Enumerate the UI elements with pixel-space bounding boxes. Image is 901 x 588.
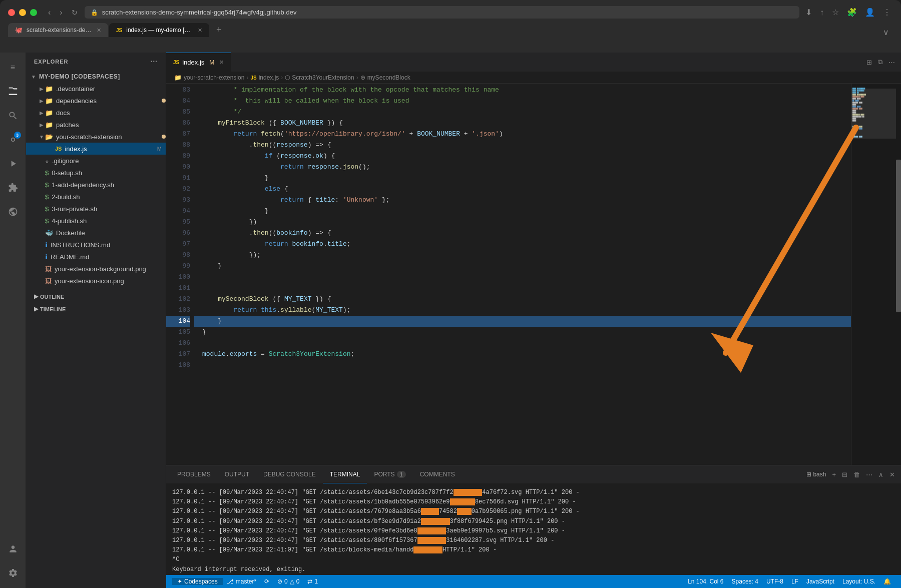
tab-2[interactable]: JS index.js — my-demo [Codesp... ✕ bbox=[109, 23, 209, 37]
terminal-content[interactable]: 127.0.0.1 -- [09/Mar/2023 22:40:47] "GET… bbox=[166, 484, 901, 575]
download-icon[interactable]: ⬇ bbox=[803, 7, 814, 18]
sidebar-item-2build[interactable]: $ 2-build.sh bbox=[26, 191, 166, 203]
outline-section[interactable]: ▶ OUTLINE bbox=[26, 289, 166, 302]
layout-status[interactable]: Layout: U.S. bbox=[838, 578, 879, 585]
sidebar-item-indexjs[interactable]: JS index.js M bbox=[26, 143, 166, 155]
tab-ports[interactable]: PORTS 1 bbox=[367, 465, 412, 483]
sidebar-item-bg-png[interactable]: 🖼 your-extension-background.png bbox=[26, 263, 166, 275]
profile-icon[interactable]: 👤 bbox=[863, 7, 877, 18]
forward-button[interactable]: › bbox=[57, 7, 65, 18]
ports-status[interactable]: ⇄ 1 bbox=[303, 578, 322, 585]
more-terminal-icon[interactable]: ⋯ bbox=[864, 469, 874, 480]
github-icon[interactable] bbox=[2, 201, 24, 223]
docker-icon: 🐳 bbox=[45, 229, 53, 237]
kill-terminal-icon[interactable]: 🗑 bbox=[851, 469, 862, 480]
layout-icon[interactable]: ⊞ bbox=[864, 56, 874, 68]
new-file-icon[interactable]: ⋯ bbox=[150, 58, 158, 66]
outline-arrow: ▶ bbox=[34, 293, 38, 300]
source-control-icon[interactable]: 3 bbox=[2, 129, 24, 151]
minimize-button[interactable] bbox=[19, 9, 26, 16]
sync-status[interactable]: ⟳ bbox=[260, 578, 273, 585]
breadcrumb-method[interactable]: ⊕ mySecondBlock bbox=[360, 74, 410, 81]
sidebar-item-icon-png[interactable]: 🖼 your-extension-icon.png bbox=[26, 275, 166, 287]
sidebar-item-devcontainer[interactable]: ▶ 📁 .devcontainer bbox=[26, 83, 166, 95]
share-icon[interactable]: ↑ bbox=[818, 7, 826, 18]
language-status[interactable]: JavaScript bbox=[802, 578, 838, 585]
tab-close-button[interactable]: ✕ bbox=[219, 59, 224, 66]
close-terminal-icon[interactable]: ✕ bbox=[887, 469, 897, 480]
root-folder[interactable]: ▼ MY-DEMO [CODESPACES] bbox=[26, 71, 166, 83]
tab-terminal[interactable]: TERMINAL bbox=[323, 465, 367, 483]
reload-button[interactable]: ↻ bbox=[69, 7, 81, 18]
sidebar-item-dependencies[interactable]: ▶ 📁 dependencies bbox=[26, 95, 166, 107]
tab-1[interactable]: 🐙 scratch-extensions-demo/my-... ✕ bbox=[8, 23, 108, 37]
new-tab-button[interactable]: + bbox=[212, 23, 226, 37]
maximize-terminal-icon[interactable]: ∧ bbox=[876, 469, 885, 480]
line-99: } bbox=[194, 261, 851, 272]
sidebar-header-icons: ⋯ bbox=[150, 58, 158, 66]
breadcrumb-your-scratch-extension[interactable]: 📁 your-scratch-extension bbox=[174, 74, 244, 81]
tab2-close[interactable]: ✕ bbox=[198, 27, 202, 34]
minimap-scrollbar-thumb[interactable] bbox=[896, 160, 901, 312]
hamburger-menu-icon[interactable]: ≡ bbox=[2, 57, 24, 79]
tab-problems[interactable]: PROBLEMS bbox=[170, 465, 218, 483]
bookmark-icon[interactable]: ☆ bbox=[830, 7, 841, 18]
add-terminal-icon[interactable]: + bbox=[830, 469, 838, 480]
explorer-icon[interactable] bbox=[2, 81, 24, 103]
code-content[interactable]: * implementation of the block with the o… bbox=[194, 84, 851, 465]
line-108 bbox=[194, 360, 851, 371]
address-bar[interactable]: 🔒 scratch-extensions-demo-symmetrical-gg… bbox=[85, 6, 799, 19]
line-105: } bbox=[194, 327, 851, 338]
run-debug-icon[interactable] bbox=[2, 153, 24, 175]
split-terminal-icon[interactable]: ⊟ bbox=[840, 469, 849, 480]
cursor-position[interactable]: Ln 104, Col 6 bbox=[684, 578, 727, 585]
encoding-status[interactable]: UTF-8 bbox=[762, 578, 787, 585]
sidebar-item-patches[interactable]: ▶ 📁 patches bbox=[26, 119, 166, 131]
settings-icon[interactable] bbox=[2, 562, 24, 584]
sidebar-item-instructions[interactable]: ℹ INSTRUCTIONS.md bbox=[26, 239, 166, 251]
notifications-icon: 🔔 bbox=[883, 578, 891, 585]
method-breadcrumb-icon: ⊕ bbox=[360, 74, 365, 81]
eol-status[interactable]: LF bbox=[787, 578, 802, 585]
notifications-status[interactable]: 🔔 bbox=[879, 578, 895, 585]
sidebar-item-gitignore[interactable]: ⬦ .gitignore bbox=[26, 155, 166, 167]
sidebar-item-3run[interactable]: $ 3-run-private.sh bbox=[26, 203, 166, 215]
close-button[interactable] bbox=[8, 9, 15, 16]
extension-icon[interactable]: 🧩 bbox=[845, 7, 859, 18]
sidebar-item-4publish[interactable]: $ 4-publish.sh bbox=[26, 215, 166, 227]
tab-debug-console[interactable]: DEBUG CONSOLE bbox=[256, 465, 323, 483]
sidebar-item-dockerfile[interactable]: 🐳 Dockerfile bbox=[26, 227, 166, 239]
sidebar-item-docs[interactable]: ▶ 📁 docs bbox=[26, 107, 166, 119]
account-icon[interactable] bbox=[2, 538, 24, 560]
editor-tab-indexjs[interactable]: JS index.js M ✕ bbox=[166, 53, 231, 72]
browser-navigation: ‹ › ↻ bbox=[45, 7, 81, 18]
codespaces-status[interactable]: ✦ Codespaces bbox=[172, 578, 223, 585]
timeline-section[interactable]: ▶ TIMELINE bbox=[26, 302, 166, 314]
sidebar-item-0setup[interactable]: $ 0-setup.sh bbox=[26, 167, 166, 179]
more-actions-icon[interactable]: ⋯ bbox=[886, 56, 897, 68]
tab-dropdown[interactable]: ∨ bbox=[879, 28, 893, 37]
line-87: return fetch('https://openlibrary.org/is… bbox=[194, 129, 851, 140]
spaces-status[interactable]: Spaces: 4 bbox=[728, 578, 762, 585]
sidebar-item-your-scratch-extension[interactable]: ▼ 📂 your-scratch-extension bbox=[26, 131, 166, 143]
menu-icon[interactable]: ⋮ bbox=[881, 7, 893, 18]
term-log-3: 127.0.0.1 -- [09/Mar/2023 22:40:47] "GET… bbox=[172, 507, 895, 516]
back-button[interactable]: ‹ bbox=[45, 7, 54, 18]
tab1-close[interactable]: ✕ bbox=[97, 27, 101, 34]
sidebar-item-1add[interactable]: $ 1-add-dependency.sh bbox=[26, 179, 166, 191]
class-breadcrumb-icon: ⬡ bbox=[285, 74, 290, 81]
tab-comments[interactable]: COMMENTS bbox=[413, 465, 462, 483]
split-editor-icon[interactable]: ⧉ bbox=[876, 56, 884, 68]
dockerfile-label: Dockerfile bbox=[56, 229, 166, 237]
sidebar-item-readme[interactable]: ℹ README.md bbox=[26, 251, 166, 263]
line-86: myFirstBlock ({ BOOK_NUMBER }) { bbox=[194, 118, 851, 129]
errors-status[interactable]: ⊘ 0 △ 0 bbox=[273, 578, 303, 585]
breadcrumb-indexjs[interactable]: JS index.js bbox=[250, 74, 279, 81]
search-icon[interactable] bbox=[2, 105, 24, 127]
tab-output[interactable]: OUTPUT bbox=[218, 465, 256, 483]
folder-icon: 📁 bbox=[45, 97, 53, 105]
breadcrumb-class[interactable]: ⬡ Scratch3YourExtension bbox=[285, 74, 354, 81]
maximize-button[interactable] bbox=[30, 9, 37, 16]
extensions-icon[interactable] bbox=[2, 177, 24, 199]
branch-status[interactable]: ⎇ master* bbox=[223, 578, 260, 585]
